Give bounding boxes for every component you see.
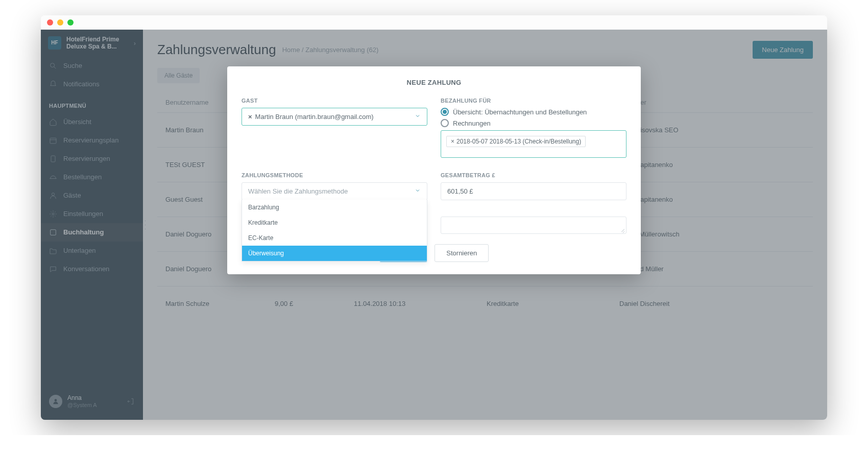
payfor-option-overview[interactable]: Übersicht: Übernachtungen und Bestellung… <box>441 108 626 116</box>
chevron-down-icon <box>415 113 421 121</box>
tag-text: 2018-05-07 2018-05-13 (Check-in/Bestellu… <box>456 138 581 145</box>
booking-tag[interactable]: × 2018-05-07 2018-05-13 (Check-in/Bestel… <box>446 136 586 147</box>
payfor-opt1-label: Übersicht: Übernachtungen und Bestellung… <box>453 108 587 116</box>
guest-label: GAST <box>242 98 427 104</box>
method-option-transfer[interactable]: Überweisung <box>242 246 427 261</box>
new-payment-modal: NEUE ZAHLUNG GAST × Martin Braun (martin… <box>227 66 641 274</box>
method-label: ZAHLUNGSMETHODE <box>242 172 427 178</box>
minimize-window-button[interactable] <box>57 19 63 26</box>
radio-unchecked-icon <box>441 119 449 127</box>
method-option-cash[interactable]: Barzahlung <box>242 200 427 215</box>
payment-method-select[interactable]: Wählen Sie die Zahlungsmethode Barzahlun… <box>242 182 427 200</box>
resize-grip-icon[interactable] <box>620 227 625 232</box>
mac-titlebar <box>41 15 827 30</box>
radio-checked-icon <box>441 108 449 116</box>
cancel-button[interactable]: Stornieren <box>435 244 489 262</box>
amount-input[interactable]: 601,50 £ <box>441 182 626 200</box>
method-option-credit[interactable]: Kreditkarte <box>242 215 427 230</box>
method-dropdown: Barzahlung Kreditkarte EC-Karte Überweis… <box>242 200 427 261</box>
method-option-ec[interactable]: EC-Karte <box>242 230 427 246</box>
guest-value: Martin Braun (martin.braun@gmail.com) <box>255 113 374 121</box>
notes-textarea[interactable] <box>441 217 626 234</box>
payfor-option-invoices[interactable]: Rechnungen <box>441 119 626 127</box>
payfor-opt2-label: Rechnungen <box>453 120 491 127</box>
payfor-label: BEZAHLUNG FÜR <box>441 98 626 104</box>
booking-tag-box[interactable]: × 2018-05-07 2018-05-13 (Check-in/Bestel… <box>441 130 626 158</box>
amount-label: GESAMTBETRAG £ <box>441 172 626 178</box>
method-placeholder: Wählen Sie die Zahlungsmethode <box>248 187 348 195</box>
close-window-button[interactable] <box>47 19 53 26</box>
clear-tag-icon[interactable]: × <box>451 138 454 145</box>
app-window: HF HotelFriend Prime Deluxe Spa & B... ›… <box>41 15 827 420</box>
clear-guest-icon[interactable]: × <box>248 113 252 121</box>
guest-select[interactable]: × Martin Braun (martin.braun@gmail.com) <box>242 108 427 126</box>
modal-title: NEUE ZAHLUNG <box>242 79 626 86</box>
modal-overlay[interactable]: NEUE ZAHLUNG GAST × Martin Braun (martin… <box>41 30 827 420</box>
maximize-window-button[interactable] <box>67 19 74 26</box>
chevron-down-icon <box>415 187 421 195</box>
